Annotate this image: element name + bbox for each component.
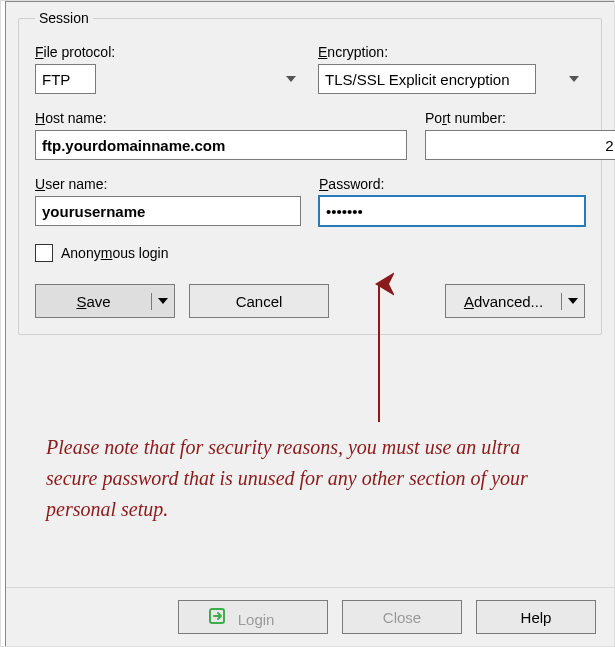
save-button[interactable]: Save bbox=[35, 284, 175, 318]
chevron-down-icon bbox=[158, 298, 168, 304]
encryption-select[interactable]: TLS/SSL Explicit encryption bbox=[318, 64, 536, 94]
bottom-bar: Login Close Help bbox=[6, 587, 614, 646]
session-legend: Session bbox=[35, 10, 93, 26]
chevron-down-icon bbox=[568, 298, 578, 304]
advanced-button[interactable]: Advanced... bbox=[445, 284, 585, 318]
file-protocol-select[interactable]: FTP bbox=[35, 64, 96, 94]
port-label: Port number: bbox=[425, 110, 585, 126]
save-dropdown[interactable] bbox=[152, 298, 174, 304]
login-icon bbox=[208, 607, 226, 625]
password-input[interactable] bbox=[319, 196, 585, 226]
annotation-note: Please note that for security reasons, y… bbox=[46, 432, 574, 525]
session-group: Session File protocol: FTP Encry bbox=[18, 10, 602, 335]
password-label: Password: bbox=[319, 176, 585, 192]
host-label: Host name: bbox=[35, 110, 407, 126]
close-button[interactable]: Close bbox=[342, 600, 462, 634]
chevron-down-icon bbox=[286, 76, 296, 82]
login-button[interactable]: Login bbox=[178, 600, 328, 634]
port-input[interactable] bbox=[425, 130, 615, 160]
cancel-button[interactable]: Cancel bbox=[189, 284, 329, 318]
user-label: User name: bbox=[35, 176, 301, 192]
annotation-arrow-icon bbox=[364, 272, 394, 432]
help-button[interactable]: Help bbox=[476, 600, 596, 634]
anonymous-label: Anonymous login bbox=[61, 245, 168, 261]
encryption-label: Encryption: bbox=[318, 44, 585, 60]
anonymous-checkbox[interactable] bbox=[35, 244, 53, 262]
chevron-down-icon bbox=[569, 76, 579, 82]
advanced-dropdown[interactable] bbox=[562, 298, 584, 304]
host-input[interactable] bbox=[35, 130, 407, 160]
file-protocol-label: File protocol: bbox=[35, 44, 302, 60]
user-input[interactable] bbox=[35, 196, 301, 226]
